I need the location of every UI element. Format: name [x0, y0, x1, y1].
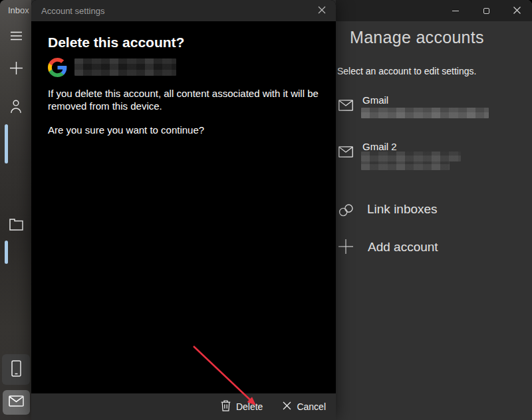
people-button[interactable] [9, 99, 23, 115]
switch-to-phone-button[interactable] [2, 354, 30, 385]
redacted-email-address [361, 152, 461, 161]
new-mail-button[interactable] [9, 62, 23, 76]
panel-subtitle: Select an account to edit settings. [337, 66, 476, 76]
dialog-body-text: If you delete this account, all content … [48, 87, 322, 112]
minimize-icon [452, 11, 459, 11]
delete-button[interactable]: Delete [221, 400, 263, 413]
account-name: Gmail 2 [362, 141, 397, 152]
mail-app-window: Inbox [0, 0, 532, 420]
redacted-email-address [361, 161, 450, 170]
window-minimize-button[interactable] [440, 0, 471, 21]
redacted-email-address [74, 58, 176, 76]
folders-button[interactable] [8, 218, 24, 233]
maximize-icon [483, 8, 489, 14]
window-maximize-button[interactable] [471, 0, 501, 21]
cancel-button-label: Cancel [297, 401, 326, 412]
unread-indicator-bar [5, 124, 8, 163]
dialog-button-bar: Delete Cancel [31, 393, 336, 420]
window-close-button[interactable] [501, 0, 532, 21]
navigation-sidebar: Inbox [0, 0, 31, 420]
add-account-label: Add account [368, 240, 438, 255]
dialog-heading: Delete this account? [48, 35, 184, 51]
account-settings-dialog: Account settings Delete this account? If… [31, 0, 336, 420]
person-icon [9, 99, 23, 116]
smartphone-icon [11, 360, 21, 379]
delete-button-label: Delete [236, 401, 263, 412]
hamburger-menu-button[interactable] [9, 29, 23, 44]
folder-icon [9, 219, 23, 233]
dialog-confirm-question: Are you sure you want to continue? [48, 124, 322, 136]
manage-accounts-panel: Manage accounts Select an account to edi… [336, 0, 532, 420]
hamburger-menu-icon [11, 31, 22, 43]
link-inboxes-label: Link inboxes [367, 202, 438, 217]
add-icon [338, 239, 353, 254]
close-icon [283, 401, 291, 412]
switch-to-mail-button[interactable] [3, 390, 30, 415]
unread-indicator-bar [5, 241, 8, 264]
link-icon [338, 203, 354, 218]
inbox-pane-title: Inbox [8, 5, 29, 15]
panel-title: Manage accounts [350, 28, 484, 47]
dialog-close-button[interactable] [310, 0, 334, 21]
close-icon [513, 6, 521, 16]
envelope-icon [338, 100, 353, 111]
envelope-icon [338, 146, 353, 158]
close-icon [318, 6, 326, 16]
account-name: Gmail [362, 94, 388, 106]
redacted-email-address [361, 108, 489, 118]
google-logo [48, 58, 67, 77]
plus-icon [10, 62, 23, 76]
mail-icon [9, 395, 24, 409]
cancel-button[interactable]: Cancel [283, 401, 326, 412]
dialog-titlebar: Account settings [31, 0, 336, 21]
trash-icon [221, 400, 231, 413]
dialog-title: Account settings [41, 6, 104, 16]
